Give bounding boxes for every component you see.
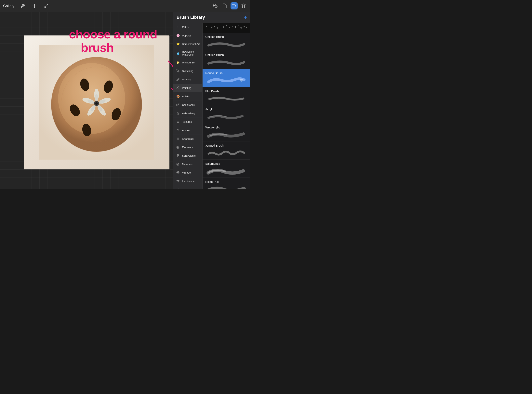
svg-point-55 — [235, 26, 236, 28]
category-item-drawing[interactable]: Drawing — [173, 75, 202, 84]
category-icon-bardot: ⭐ — [176, 42, 180, 46]
category-item-spraypaints[interactable]: Spraypaints — [173, 151, 202, 160]
category-item-industrial[interactable]: Industrial — [173, 185, 202, 189]
svg-point-10 — [58, 63, 125, 134]
category-label-vintage: Vintage — [182, 171, 191, 174]
eraser-tool-icon[interactable] — [230, 2, 238, 10]
category-icon-poppies: 🌸 — [176, 33, 180, 38]
toolbar-right — [212, 2, 247, 10]
brush-name-salamanca: Salamanca — [205, 162, 247, 165]
category-item-sketching[interactable]: Sketching — [173, 67, 202, 75]
category-label-untitled-set: Untitled Set — [182, 61, 195, 64]
category-item-luminance[interactable]: Luminance — [173, 177, 202, 185]
smudge-tool-icon[interactable] — [221, 2, 228, 10]
brush-list: Untitled Brush Untitled Brush Round Brus… — [203, 23, 250, 189]
svg-point-45 — [206, 26, 207, 27]
category-icon-textures — [176, 119, 180, 124]
category-label-artistic: Artistic — [182, 95, 190, 98]
brush-item-untitled-brush-1[interactable]: Untitled Brush — [203, 33, 250, 51]
category-label-luminance: Luminance — [182, 180, 195, 183]
category-item-glitter[interactable]: ✦Glitter — [173, 23, 202, 31]
brush-item-salamanca[interactable]: Salamanca — [203, 160, 250, 178]
brush-item-round-brush[interactable]: Round Brush — [203, 69, 250, 87]
category-item-untitled-set[interactable]: 📁Untitled Set — [173, 58, 202, 67]
brush-name-untitled-brush-1: Untitled Brush — [205, 35, 247, 38]
category-item-rowwenic[interactable]: 💧Rowwenic Watercolor — [173, 48, 202, 58]
brush-preview-flat-brush — [205, 94, 247, 103]
category-item-artistic[interactable]: 🎨Artistic — [173, 92, 202, 101]
svg-point-46 — [209, 26, 209, 26]
category-item-airbrushing[interactable]: Airbrushing — [173, 109, 202, 118]
gallery-button[interactable]: Gallery — [3, 4, 14, 8]
brush-tool-icon[interactable] — [212, 2, 219, 10]
brush-library-title: Brush Library — [177, 15, 205, 20]
category-icon-painting — [176, 86, 180, 90]
brush-preview-acrylic — [205, 112, 247, 121]
category-icon-rowwenic: 💧 — [176, 51, 180, 55]
category-icon-untitled-set: 📁 — [176, 60, 180, 65]
brush-panel-content: ✦Glitter🌸Poppies⭐Bardot Pixel Art💧Rowwen… — [173, 23, 250, 189]
svg-point-60 — [240, 79, 243, 82]
brush-name-untitled-brush-2: Untitled Brush — [205, 53, 247, 57]
category-label-glitter: Glitter — [182, 26, 189, 29]
category-item-textures[interactable]: Textures — [173, 118, 202, 126]
brush-library-panel: Brush Library + ✦Glitter🌸Poppies⭐Bardot … — [173, 12, 250, 189]
category-item-materials[interactable]: Materials — [173, 160, 202, 168]
svg-point-48 — [214, 26, 215, 27]
transform-icon[interactable] — [31, 2, 38, 10]
category-item-poppies[interactable]: 🌸Poppies — [173, 31, 202, 40]
svg-marker-43 — [177, 180, 179, 182]
category-label-painting: Painting — [182, 87, 191, 89]
category-icon-glitter: ✦ — [176, 25, 180, 29]
brush-preview-round-brush — [205, 76, 247, 84]
sand-dollar — [24, 36, 169, 169]
category-label-drawing: Drawing — [182, 78, 192, 81]
wrench-icon[interactable] — [19, 2, 26, 10]
category-icon-materials — [176, 162, 180, 166]
category-label-textures: Textures — [182, 120, 192, 123]
category-icon-abstract — [176, 128, 180, 132]
svg-point-56 — [238, 26, 239, 26]
svg-point-51 — [223, 26, 224, 28]
category-item-calligraphy[interactable]: Calligraphy — [173, 101, 202, 109]
svg-point-4 — [214, 5, 215, 6]
category-label-abstract: Abstract — [182, 129, 192, 132]
brush-item-nikko-rull[interactable]: Nikko Rull — [203, 178, 250, 189]
brush-preview-untitled-brush-2 — [205, 58, 247, 66]
brush-item-untitled-brush-2[interactable]: Untitled Brush — [203, 51, 250, 69]
brush-name-round-brush: Round Brush — [205, 71, 247, 75]
brush-preview-wet-acrylic — [205, 130, 247, 139]
layers-icon[interactable] — [240, 2, 247, 10]
svg-point-50 — [220, 26, 221, 26]
svg-marker-7 — [241, 4, 246, 6]
brush-item-jagged-brush[interactable]: Jagged Brush — [203, 141, 250, 160]
svg-line-2 — [47, 4, 48, 5]
category-label-elements: Elements — [182, 146, 193, 149]
brush-preview-nikko-rull — [205, 185, 247, 189]
svg-point-27 — [95, 102, 98, 105]
brush-panel-header: Brush Library + — [173, 12, 250, 23]
add-brush-button[interactable]: + — [244, 14, 247, 21]
brush-item-flat-brush[interactable]: Flat Brush — [203, 87, 250, 105]
category-label-materials: Materials — [182, 163, 193, 166]
category-item-elements[interactable]: Elements — [173, 143, 202, 151]
category-label-rowwenic: Rowwenic Watercolor — [182, 50, 200, 56]
brush-item-acrylic[interactable]: Acrylic — [203, 105, 250, 123]
brush-item-wet-acrylic[interactable]: Wet Acrylic — [203, 123, 250, 141]
brush-preview-untitled-brush-1 — [205, 40, 247, 48]
toolbar-left: Gallery — [3, 2, 50, 10]
category-icon-luminance — [176, 179, 180, 183]
category-item-charcoals[interactable]: Charcoals — [173, 135, 202, 143]
category-label-spraypaints: Spraypaints — [182, 154, 196, 157]
svg-marker-30 — [177, 112, 179, 114]
category-item-bardot[interactable]: ⭐Bardot Pixel Art — [173, 40, 202, 48]
category-item-vintage[interactable]: Vintage — [173, 168, 202, 177]
selection-icon[interactable] — [43, 2, 50, 10]
brush-name-flat-brush: Flat Brush — [205, 89, 247, 93]
category-label-poppies: Poppies — [182, 34, 191, 37]
brush-scatter-preview — [203, 23, 250, 33]
category-item-painting[interactable]: Painting — [173, 84, 202, 92]
category-label-industrial: Industrial — [182, 188, 193, 189]
svg-point-42 — [177, 171, 179, 174]
category-item-abstract[interactable]: Abstract — [173, 126, 202, 135]
